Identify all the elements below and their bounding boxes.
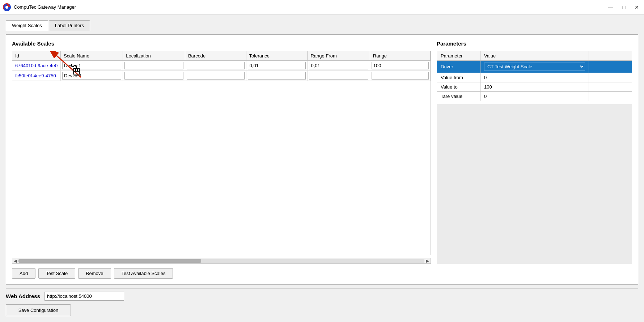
scale-tolerance-cell[interactable] bbox=[246, 61, 308, 71]
right-panel: Parameters Parameter Value DriverCT Test… bbox=[437, 40, 632, 264]
tabs-row: Weight Scales Label Printers bbox=[6, 20, 638, 31]
scale-scale_name-cell[interactable] bbox=[61, 61, 123, 71]
add-button[interactable]: Add bbox=[12, 268, 35, 279]
horizontal-scrollbar[interactable]: ◀ ▶ bbox=[12, 258, 431, 264]
parameters-table: Parameter Value DriverCT Test Weight Sca… bbox=[437, 51, 632, 101]
col-barcode: Barcode bbox=[185, 51, 246, 61]
scale-barcode-input[interactable] bbox=[187, 62, 245, 69]
scale-scale_name-cell[interactable] bbox=[61, 71, 123, 81]
params-table-row[interactable]: DriverCT Test Weight ScaleOther Driver bbox=[437, 61, 632, 73]
scale-tolerance-cell[interactable] bbox=[246, 71, 308, 81]
bottom-section: Web Address Save Configuration bbox=[6, 288, 638, 316]
title-bar: CompuTec Gateway Manager — □ ✕ bbox=[0, 0, 644, 14]
scale-barcode-input[interactable] bbox=[187, 72, 245, 80]
params-table-row[interactable]: Value to100 bbox=[437, 82, 632, 92]
scale-id-cell: fc50fe0f-4ee9-4750- bbox=[12, 71, 61, 81]
param-name-cell: Value to bbox=[437, 82, 480, 92]
scroll-right-arrow[interactable]: ▶ bbox=[426, 258, 429, 263]
content-area: Weight Scales Label Printers Available S… bbox=[0, 14, 644, 322]
col-localization: Localization bbox=[123, 51, 185, 61]
scale-range-cell[interactable] bbox=[370, 71, 430, 81]
scale-range_from-cell[interactable] bbox=[308, 61, 370, 71]
scale-range-input[interactable] bbox=[372, 72, 429, 80]
param-value-cell[interactable]: 0 bbox=[480, 92, 589, 101]
param-value-cell[interactable]: CT Test Weight ScaleOther Driver bbox=[480, 61, 589, 73]
scale-range-input[interactable] bbox=[372, 62, 429, 69]
web-address-label: Web Address bbox=[6, 293, 40, 299]
param-name-cell: Tare value bbox=[437, 92, 480, 101]
col-tolerance: Tolerance bbox=[246, 51, 308, 61]
scale-tolerance-input[interactable] bbox=[248, 62, 306, 69]
scrollbar-thumb[interactable] bbox=[18, 259, 201, 263]
params-col-value: Value bbox=[480, 51, 589, 61]
scale-localization-cell[interactable] bbox=[123, 61, 185, 71]
param-value-cell[interactable]: 100 bbox=[480, 82, 589, 92]
test-scale-button[interactable]: Test Scale bbox=[38, 268, 75, 279]
left-panel: Available Scales Id Scale Name Localizat… bbox=[12, 40, 431, 264]
param-name-cell: Driver bbox=[437, 61, 480, 73]
scale-id-cell: 6764010d-9ade-4e0 bbox=[12, 61, 61, 71]
scales-table-row[interactable]: 6764010d-9ade-4e0 bbox=[12, 61, 431, 71]
main-panel: Available Scales Id Scale Name Localizat… bbox=[6, 34, 638, 285]
available-scales-title: Available Scales bbox=[12, 40, 431, 47]
col-range: Range bbox=[370, 51, 430, 61]
title-bar-left: CompuTec Gateway Manager bbox=[3, 3, 76, 11]
web-address-row: Web Address bbox=[6, 292, 638, 301]
minimize-button[interactable]: — bbox=[606, 3, 615, 12]
driver-select[interactable]: CT Test Weight ScaleOther Driver bbox=[484, 63, 585, 71]
scale-barcode-cell[interactable] bbox=[185, 71, 246, 81]
param-extra-cell bbox=[589, 73, 632, 82]
scales-table: Id Scale Name Localization Barcode Toler… bbox=[12, 51, 431, 81]
parameters-title: Parameters bbox=[437, 40, 632, 47]
col-range-from: Range From bbox=[308, 51, 370, 61]
params-table-row[interactable]: Value from0 bbox=[437, 73, 632, 82]
table-wrapper[interactable]: Id Scale Name Localization Barcode Toler… bbox=[12, 51, 431, 81]
param-extra-cell bbox=[589, 92, 632, 101]
action-buttons-row: Add Test Scale Remove Test Available Sca… bbox=[12, 268, 632, 279]
remove-button[interactable]: Remove bbox=[78, 268, 111, 279]
scale-barcode-cell[interactable] bbox=[185, 61, 246, 71]
scales-table-header: Id Scale Name Localization Barcode Toler… bbox=[12, 51, 431, 61]
test-available-scales-button[interactable]: Test Available Scales bbox=[114, 268, 173, 279]
scale-localization-input[interactable] bbox=[124, 62, 183, 69]
scale-localization-cell[interactable] bbox=[123, 71, 185, 81]
close-button[interactable]: ✕ bbox=[632, 3, 641, 12]
param-name-cell: Value from bbox=[437, 73, 480, 82]
scale-range_from-cell[interactable] bbox=[308, 71, 370, 81]
app-icon bbox=[3, 3, 11, 11]
params-empty-area bbox=[437, 104, 632, 264]
save-configuration-button[interactable]: Save Configuration bbox=[6, 304, 71, 316]
col-id: Id bbox=[12, 51, 61, 61]
scroll-left-arrow[interactable]: ◀ bbox=[14, 258, 17, 263]
svg-point-1 bbox=[5, 6, 8, 9]
tab-weight-scales[interactable]: Weight Scales bbox=[6, 20, 48, 31]
param-extra-cell bbox=[589, 82, 632, 92]
scale-range_from-input[interactable] bbox=[309, 72, 368, 80]
scale-tolerance-input[interactable] bbox=[248, 72, 306, 80]
tab-label-printers[interactable]: Label Printers bbox=[49, 20, 90, 31]
params-col-parameter: Parameter bbox=[437, 51, 480, 61]
scales-table-row[interactable]: fc50fe0f-4ee9-4750- bbox=[12, 71, 431, 81]
params-col-extra bbox=[589, 51, 632, 61]
params-header-row: Parameter Value bbox=[437, 51, 632, 61]
scrollbar-track[interactable] bbox=[18, 259, 424, 263]
window-controls: — □ ✕ bbox=[606, 3, 641, 12]
scale-scale_name-input[interactable] bbox=[62, 72, 121, 80]
scale-range-cell[interactable] bbox=[370, 61, 430, 71]
scale-range_from-input[interactable] bbox=[309, 62, 368, 69]
maximize-button[interactable]: □ bbox=[619, 3, 628, 12]
scale-scale_name-input[interactable] bbox=[62, 62, 121, 69]
main-window: CompuTec Gateway Manager — □ ✕ Weight Sc… bbox=[0, 0, 644, 322]
col-scale-name: Scale Name bbox=[61, 51, 123, 61]
scale-localization-input[interactable] bbox=[124, 72, 183, 80]
app-title: CompuTec Gateway Manager bbox=[14, 4, 76, 10]
params-table-row[interactable]: Tare value0 bbox=[437, 92, 632, 101]
panels-row: Available Scales Id Scale Name Localizat… bbox=[12, 40, 632, 264]
param-value-cell[interactable]: 0 bbox=[480, 73, 589, 82]
param-extra-cell bbox=[589, 61, 632, 73]
scales-table-container: Id Scale Name Localization Barcode Toler… bbox=[12, 51, 431, 255]
web-address-input[interactable] bbox=[45, 292, 124, 301]
